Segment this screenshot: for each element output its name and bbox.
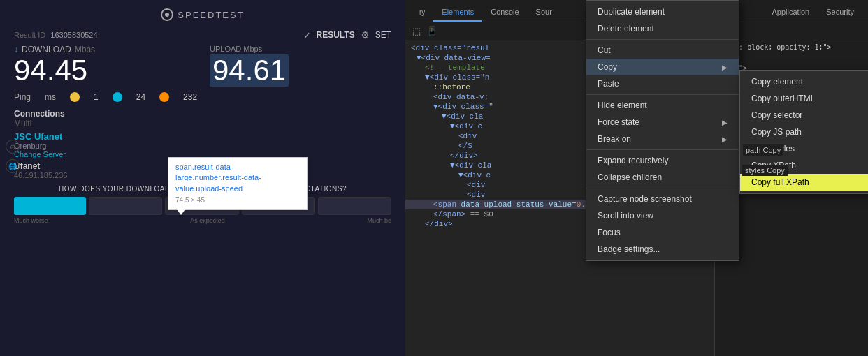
ping-row: Ping ms 1 24 232	[0, 87, 405, 102]
menu-item-copy-full-xpath[interactable]: Copy full XPath	[740, 174, 868, 191]
tab-ry[interactable]: ry	[411, 4, 433, 22]
upload-ping-icon	[159, 92, 169, 102]
connections-title: Connections	[14, 109, 391, 119]
inspector-icon[interactable]: ⬚	[411, 24, 422, 38]
download-value: 94.45	[14, 56, 196, 85]
menu-item-expand[interactable]: Expand recursively	[586, 152, 739, 169]
speedtest-logo-text: SPEEDTEST	[178, 10, 244, 20]
result-info-row: Result ID 16305830524 ✓ RESULTS ⚙ SET	[0, 27, 405, 40]
context-menu-secondary[interactable]: Copy element Copy outerHTML Copy selecto…	[739, 70, 868, 194]
menu-item-copy-styles[interactable]: Copy styles	[740, 140, 868, 157]
menu-item-badge[interactable]: Badge settings...	[586, 241, 739, 258]
download-block: ↓ DOWNLOAD Mbps 94.45	[14, 45, 196, 87]
menu-item-delete[interactable]: Delete element	[586, 20, 739, 37]
menu-item-scroll[interactable]: Scroll into view	[586, 207, 739, 224]
menu-divider-4	[586, 188, 739, 188]
menu-item-paste[interactable]: Paste	[586, 75, 739, 92]
download-arrow-icon: ↓	[14, 45, 18, 54]
menu-divider-3	[586, 149, 739, 150]
jitter-icon	[70, 92, 80, 102]
menu-item-collapse[interactable]: Collapse children	[586, 169, 739, 186]
upload-block: UPLOAD Mbps 94.61	[196, 45, 391, 87]
speedtest-header: SPEEDTEST	[0, 0, 405, 27]
menu-item-break-on[interactable]: Break on ▶	[586, 131, 739, 147]
styles-text-2: n">	[718, 54, 865, 61]
upload-text-label: UPLOAD Mbps	[210, 45, 262, 53]
check-icon: ✓	[303, 30, 311, 40]
left-icons-col: ⊕ 🌐	[6, 140, 20, 173]
isp-city: Orenburg	[14, 142, 391, 150]
copy-arrow-icon: ▶	[722, 64, 728, 71]
menu-item-copy-xpath[interactable]: Copy XPath	[740, 157, 868, 174]
menu-item-copy[interactable]: Copy ▶	[586, 59, 739, 75]
sidebar-icon-2: 🌐	[6, 159, 20, 173]
menu-item-copy-element[interactable]: Copy element	[740, 73, 868, 90]
label-as-expected: As expected	[190, 217, 225, 224]
styles-text-1: splay: block; opacity: 1;">	[718, 43, 865, 51]
speedtest-panel: SPEEDTEST Result ID 16305830524 ✓ RESULT…	[0, 0, 405, 356]
speeds-row: ↓ DOWNLOAD Mbps 94.45 UPLOAD Mbps 94.61	[0, 40, 405, 87]
menu-item-copy-outerhtml[interactable]: Copy outerHTML	[740, 90, 868, 107]
element-tooltip: span.result-data-large.number.result-dat…	[168, 157, 308, 210]
device-icon[interactable]: 📱	[425, 24, 439, 38]
menu-item-copy-selector[interactable]: Copy selector	[740, 107, 868, 124]
compare-btn-2[interactable]	[89, 197, 162, 215]
upload-ping-value: 232	[183, 92, 197, 102]
tab-application[interactable]: Application	[763, 3, 818, 22]
download-ping-value: 24	[136, 92, 145, 102]
compare-btn-5[interactable]	[318, 197, 391, 215]
bar-labels-row: Much worse As expected Much be	[14, 215, 391, 224]
menu-item-cut[interactable]: Cut	[586, 42, 739, 59]
menu-item-duplicate[interactable]: Duplicate element	[586, 3, 739, 20]
compare-btn-1[interactable]	[14, 197, 86, 215]
menu-item-hide[interactable]: Hide element	[586, 97, 739, 114]
menu-item-focus[interactable]: Focus	[586, 224, 739, 241]
menu-item-copy-jspath[interactable]: Copy JS path	[740, 124, 868, 140]
gear-icon: ⚙	[361, 29, 370, 40]
jitter-value: 1	[94, 92, 99, 102]
tab-elements[interactable]: Elements	[433, 3, 482, 22]
settings-label: SET	[375, 30, 391, 40]
tab-security[interactable]: Security	[818, 3, 862, 22]
force-state-arrow-icon: ▶	[722, 119, 728, 126]
isp-name: JSC Ufanet	[14, 131, 391, 142]
context-menu-primary[interactable]: Duplicate element Delete element Cut Cop…	[586, 0, 739, 261]
label-much-worse: Much worse	[14, 217, 48, 224]
tooltip-size-text: 74.5 × 45	[175, 195, 300, 205]
tooltip-class-text: span.result-data-large.number.result-dat…	[175, 162, 300, 194]
result-id-label: Result ID 16305830524	[14, 31, 98, 39]
sidebar-icon-1: ⊕	[6, 140, 20, 154]
menu-item-screenshot[interactable]: Capture node screenshot	[586, 191, 739, 207]
download-ping-icon	[113, 92, 122, 102]
label-much-better: Much be	[367, 217, 391, 224]
upload-label: UPLOAD Mbps	[210, 45, 391, 53]
menu-divider-2	[586, 94, 739, 95]
results-tab-label: RESULTS	[317, 30, 355, 40]
speedtest-logo-icon	[161, 8, 173, 21]
connections-sub: Multi	[14, 119, 391, 128]
break-on-arrow-icon: ▶	[722, 135, 728, 143]
tab-console[interactable]: Console	[482, 3, 527, 22]
download-label: ↓ DOWNLOAD Mbps	[14, 45, 196, 54]
menu-item-force-state[interactable]: Force state ▶	[586, 114, 739, 131]
results-bar: ✓ RESULTS ⚙ SET	[303, 29, 391, 40]
menu-divider	[586, 39, 739, 40]
upload-value: 94.61	[210, 54, 289, 87]
tab-sources[interactable]: Sour	[528, 3, 560, 22]
